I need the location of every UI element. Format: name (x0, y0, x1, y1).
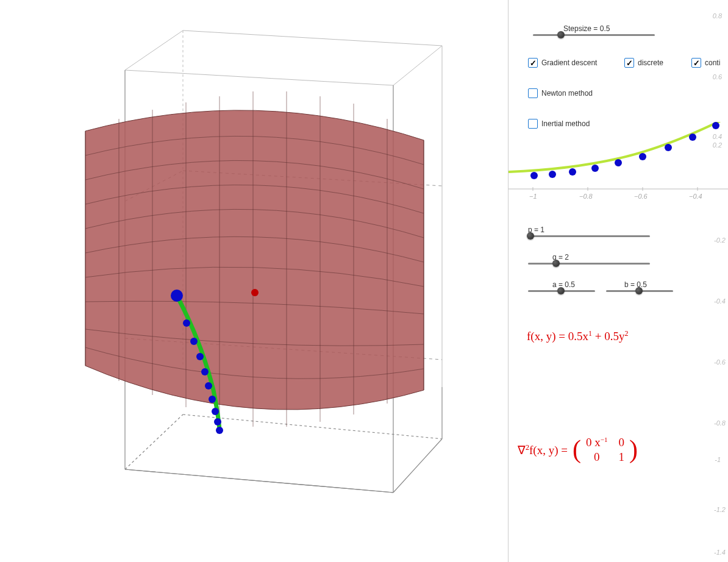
y-tick: -1.4 (714, 549, 726, 556)
slider-a[interactable]: a = 0.5 (528, 280, 595, 292)
optimum-point (251, 289, 259, 296)
svg-point-37 (549, 171, 556, 178)
svg-point-23 (212, 408, 219, 415)
checkbox-label: discrete (638, 59, 663, 67)
slider-p[interactable]: p = 1 (528, 226, 650, 237)
slider-b-label: b = 0.5 (624, 280, 673, 289)
svg-line-9 (393, 439, 442, 493)
formula-f: f(x, y) = 0.5x1 + 0.5y2 (527, 329, 628, 343)
slider-stepsize[interactable]: Stepsize = 0.5 (533, 24, 655, 36)
y-tick: -0.4 (714, 297, 726, 305)
checkbox-gradient-descent[interactable]: Gradient descent (528, 58, 597, 68)
svg-line-1 (393, 46, 442, 85)
checkbox-discrete[interactable]: discrete (624, 58, 663, 68)
svg-point-24 (214, 418, 221, 425)
svg-text:−0.8: −0.8 (579, 193, 593, 200)
chart-2d-trajectory: −1 −0.8 −0.6 −0.4 (509, 122, 728, 207)
svg-point-44 (712, 122, 719, 129)
controls-panel: 0.8 0.6 0.4 0.2 -0.2 -0.4 -0.6 -0.8 -1 -… (509, 0, 728, 562)
svg-point-40 (615, 159, 622, 166)
view-3d[interactable] (0, 0, 509, 562)
svg-text:−0.6: −0.6 (634, 193, 648, 200)
svg-line-3 (183, 30, 442, 46)
svg-point-36 (530, 172, 538, 179)
svg-text:−0.4: −0.4 (689, 193, 702, 200)
y-tick: 0.8 (713, 12, 722, 20)
checkbox-label: conti (705, 59, 720, 67)
svg-point-25 (216, 427, 223, 434)
discrete-points-2d (530, 122, 719, 179)
formula-hessian: ∇2f(x, y) = ( 0 x−10 01 ) (518, 436, 638, 464)
svg-line-0 (125, 70, 393, 85)
surface-mesh (85, 91, 424, 427)
y-tick: -1 (715, 456, 721, 463)
checkbox-continuous[interactable]: conti (691, 58, 720, 68)
svg-line-2 (125, 30, 183, 70)
svg-point-19 (196, 353, 204, 360)
slider-b[interactable]: b = 0.5 (606, 280, 673, 292)
svg-point-18 (190, 338, 198, 345)
svg-line-12 (183, 414, 442, 439)
svg-point-20 (201, 368, 209, 375)
slider-q[interactable]: q = 2 (528, 253, 650, 265)
y-tick: 0.6 (713, 73, 722, 80)
y-tick: -0.2 (714, 237, 726, 244)
svg-point-38 (569, 168, 576, 176)
svg-point-22 (209, 396, 216, 403)
svg-line-11 (125, 414, 183, 469)
svg-point-21 (205, 382, 212, 389)
svg-point-42 (665, 144, 672, 151)
svg-point-39 (591, 165, 599, 172)
y-tick: -1.2 (714, 506, 726, 513)
svg-point-41 (639, 153, 646, 160)
checkbox-newton[interactable]: Newton method (528, 88, 593, 98)
svg-point-17 (183, 319, 190, 327)
checkbox-label: Gradient descent (541, 59, 597, 67)
checkbox-label: Newton method (541, 89, 593, 98)
svg-text:−1: −1 (529, 193, 537, 200)
y-tick: -0.8 (714, 419, 726, 427)
svg-point-43 (689, 133, 696, 141)
svg-point-16 (171, 290, 183, 302)
y-tick: -0.6 (714, 358, 726, 366)
slider-q-label: q = 2 (552, 253, 650, 261)
slider-stepsize-label: Stepsize = 0.5 (563, 24, 655, 33)
slider-p-label: p = 1 (528, 226, 650, 234)
surface-plot-3d (0, 0, 509, 562)
svg-line-26 (125, 469, 393, 493)
